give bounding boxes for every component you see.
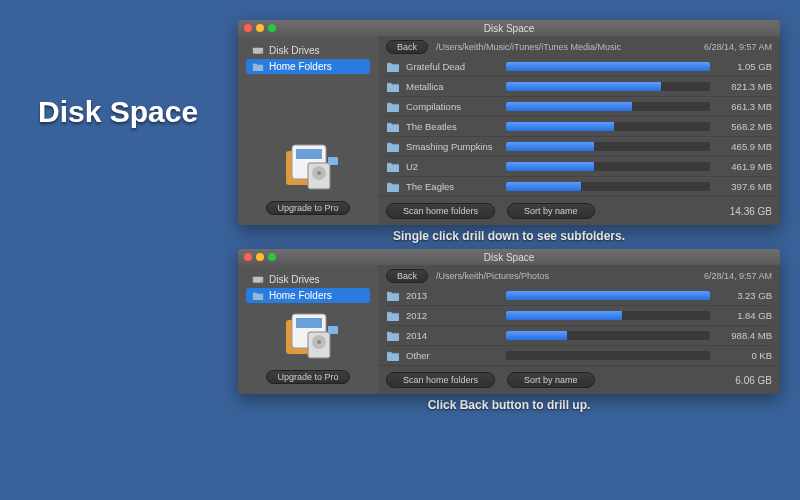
size-bar-track bbox=[506, 291, 710, 300]
titlebar: Disk Space bbox=[238, 249, 780, 265]
size-bar-track bbox=[506, 142, 710, 151]
list-item[interactable]: Metallica821.3 MB bbox=[386, 76, 772, 96]
size-bar-track bbox=[506, 331, 710, 340]
svg-point-1 bbox=[261, 51, 262, 52]
folder-icon bbox=[386, 121, 400, 132]
list-item[interactable]: Smashing Pumpkins465.9 MB bbox=[386, 136, 772, 156]
sort-button[interactable]: Sort by name bbox=[507, 372, 595, 388]
caption-text: Single click drill down to see subfolder… bbox=[238, 229, 780, 243]
folder-size: 0 KB bbox=[718, 350, 772, 361]
folder-icon bbox=[252, 291, 264, 301]
window-title: Disk Space bbox=[238, 23, 780, 34]
folder-name: Other bbox=[406, 350, 506, 361]
sidebar-item-label: Home Folders bbox=[269, 290, 332, 301]
list-item[interactable]: Compilations661.3 MB bbox=[386, 96, 772, 116]
folder-size: 661.3 MB bbox=[718, 101, 772, 112]
folder-size: 821.3 MB bbox=[718, 81, 772, 92]
folder-name: 2014 bbox=[406, 330, 506, 341]
folder-name: The Eagles bbox=[406, 181, 506, 192]
caption-text: Click Back button to drill up. bbox=[238, 398, 780, 412]
drive-icon bbox=[252, 275, 264, 285]
sidebar-item-home-folders[interactable]: Home Folders bbox=[246, 288, 370, 303]
size-bar-track bbox=[506, 311, 710, 320]
svg-rect-17 bbox=[328, 326, 338, 334]
breadcrumb: /Users/keith/Music/iTunes/iTunes Media/M… bbox=[436, 42, 696, 52]
drive-icon bbox=[252, 46, 264, 56]
folder-size: 568.2 MB bbox=[718, 121, 772, 132]
svg-rect-4 bbox=[296, 149, 322, 159]
sidebar: Disk DrivesHome Folders Upgrade to Pro bbox=[238, 265, 378, 394]
size-bar-fill bbox=[506, 162, 594, 171]
size-bar-fill bbox=[506, 291, 710, 300]
folder-size: 3.23 GB bbox=[718, 290, 772, 301]
breadcrumb: /Users/keith/Pictures/Photos bbox=[436, 271, 696, 281]
sidebar-item-home-folders[interactable]: Home Folders bbox=[246, 59, 370, 74]
svg-point-10 bbox=[261, 280, 262, 281]
window-title: Disk Space bbox=[238, 252, 780, 263]
page-title: Disk Space bbox=[38, 95, 198, 129]
folder-name: 2012 bbox=[406, 310, 506, 321]
size-bar-track bbox=[506, 351, 710, 360]
sidebar-item-label: Disk Drives bbox=[269, 45, 320, 56]
list-item[interactable]: Other0 KB bbox=[386, 345, 772, 365]
folder-icon bbox=[386, 61, 400, 72]
sidebar: Disk DrivesHome Folders Upgrade to Pro bbox=[238, 36, 378, 225]
list-item[interactable]: Grateful Dead1.05 GB bbox=[386, 56, 772, 76]
size-bar-fill bbox=[506, 102, 632, 111]
size-bar-fill bbox=[506, 122, 614, 131]
total-size: 6.06 GB bbox=[735, 375, 772, 386]
folder-name: 2013 bbox=[406, 290, 506, 301]
folder-icon bbox=[386, 350, 400, 361]
size-bar-fill bbox=[506, 311, 622, 320]
upgrade-button[interactable]: Upgrade to Pro bbox=[266, 370, 349, 384]
folder-icon bbox=[252, 62, 264, 72]
app-icon bbox=[278, 143, 338, 193]
folder-size: 988.4 MB bbox=[718, 330, 772, 341]
list-item[interactable]: The Beatles568.2 MB bbox=[386, 116, 772, 136]
app-window: Disk Space Disk DrivesHome Folders Upgra… bbox=[238, 249, 780, 394]
folder-size: 1.84 GB bbox=[718, 310, 772, 321]
folder-name: Smashing Pumpkins bbox=[406, 141, 506, 152]
sidebar-item-disk-drives[interactable]: Disk Drives bbox=[246, 272, 370, 287]
folder-icon bbox=[386, 290, 400, 301]
folder-size: 397.6 MB bbox=[718, 181, 772, 192]
list-item[interactable]: The Eagles397.6 MB bbox=[386, 176, 772, 196]
folder-icon bbox=[386, 330, 400, 341]
back-button[interactable]: Back bbox=[386, 269, 428, 283]
size-bar-track bbox=[506, 102, 710, 111]
list-item[interactable]: 20121.84 GB bbox=[386, 305, 772, 325]
list-item[interactable]: U2461.9 MB bbox=[386, 156, 772, 176]
size-bar-track bbox=[506, 122, 710, 131]
scan-button[interactable]: Scan home folders bbox=[386, 203, 495, 219]
folder-list: Grateful Dead1.05 GBMetallica821.3 MBCom… bbox=[378, 56, 780, 196]
folder-icon bbox=[386, 310, 400, 321]
folder-icon bbox=[386, 161, 400, 172]
sort-button[interactable]: Sort by name bbox=[507, 203, 595, 219]
sidebar-item-disk-drives[interactable]: Disk Drives bbox=[246, 43, 370, 58]
back-button[interactable]: Back bbox=[386, 40, 428, 54]
folder-size: 465.9 MB bbox=[718, 141, 772, 152]
size-bar-track bbox=[506, 162, 710, 171]
svg-point-16 bbox=[317, 340, 321, 344]
scan-button[interactable]: Scan home folders bbox=[386, 372, 495, 388]
folder-name: U2 bbox=[406, 161, 506, 172]
list-item[interactable]: 2014988.4 MB bbox=[386, 325, 772, 345]
folder-size: 461.9 MB bbox=[718, 161, 772, 172]
folder-icon bbox=[386, 81, 400, 92]
sidebar-item-label: Disk Drives bbox=[269, 274, 320, 285]
folder-name: Grateful Dead bbox=[406, 61, 506, 72]
size-bar-fill bbox=[506, 331, 567, 340]
size-bar-track bbox=[506, 182, 710, 191]
folder-icon bbox=[386, 101, 400, 112]
scan-timestamp: 6/28/14, 9:57 AM bbox=[704, 271, 772, 281]
svg-point-7 bbox=[317, 171, 321, 175]
folder-icon bbox=[386, 141, 400, 152]
titlebar: Disk Space bbox=[238, 20, 780, 36]
upgrade-button[interactable]: Upgrade to Pro bbox=[266, 201, 349, 215]
app-icon bbox=[278, 312, 338, 362]
total-size: 14.36 GB bbox=[730, 206, 772, 217]
folder-list: 20133.23 GB20121.84 GB2014988.4 MBOther0… bbox=[378, 285, 780, 365]
svg-rect-13 bbox=[296, 318, 322, 328]
sidebar-item-label: Home Folders bbox=[269, 61, 332, 72]
list-item[interactable]: 20133.23 GB bbox=[386, 285, 772, 305]
